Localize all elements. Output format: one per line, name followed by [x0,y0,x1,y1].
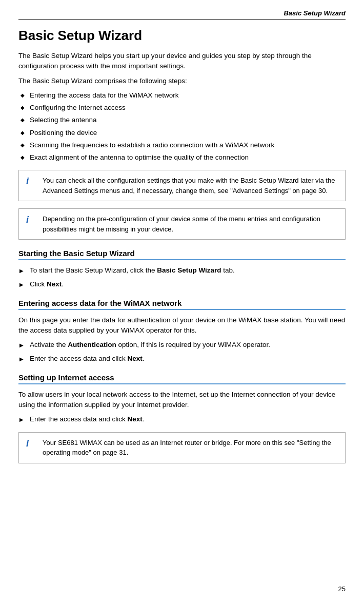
info-icon-1: i [26,176,35,187]
page: Basic Setup Wizard Basic Setup Wizard Th… [0,0,364,602]
info-text-3: Your SE681 WiMAX can be used as an Inter… [43,438,338,458]
step-text-plain: Enter the access data and click [30,355,128,362]
section-heading-1: Starting the Basic Setup Wizard [18,249,346,260]
section3-paragraph: To allow users in your local network acc… [18,390,346,411]
step-item: To start the Basic Setup Wizard, click t… [18,265,346,276]
step-text-plain: Activate the [30,341,68,348]
step-text-bold: Next [128,355,143,362]
list-item: Entering the access data for the WiMAX n… [18,90,346,101]
list-item: Configuring the Internet access [18,103,346,113]
step-text-bold: Authentication [68,341,116,348]
step-item: Click Next. [18,279,346,289]
step-item: Enter the access data and click Next. [18,414,346,424]
list-item: Positioning the device [18,128,346,138]
bullet-list: Entering the access data for the WiMAX n… [18,90,346,163]
intro-paragraph-1: The Basic Setup Wizard helps you start u… [18,51,346,72]
page-header: Basic Setup Wizard [18,9,346,20]
section1-steps: To start the Basic Setup Wizard, click t… [18,265,346,289]
list-item: Selecting the antenna [18,115,346,125]
list-item: Scanning the frequencies to establish a … [18,140,346,150]
info-box-1: i You can check all the configuration se… [18,170,346,201]
step-item: Activate the Authentication option, if t… [18,340,346,350]
info-box-2: i Depending on the pre-configuration of … [18,208,346,240]
info-icon-3: i [26,438,35,449]
info-text-1: You can check all the configuration sett… [43,176,338,196]
section2-steps: Activate the Authentication option, if t… [18,340,346,364]
step-text-after: tab. [221,266,235,274]
step-item: Enter the access data and click Next. [18,354,346,364]
header-title: Basic Setup Wizard [284,9,346,17]
step-text-plain: Enter the access data and click [30,415,128,423]
step-text-bold: Next [128,415,143,423]
section3-steps: Enter the access data and click Next. [18,414,346,424]
step-text-after: . [62,280,64,288]
section2-paragraph: On this page you enter the data for auth… [18,315,346,336]
step-text-after: option, if this is required by your WiMA… [116,341,270,348]
section-heading-3: Setting up Internet access [18,373,346,384]
info-text-2: Depending on the pre-configuration of yo… [43,214,338,234]
step-text-after: . [143,415,145,423]
intro-paragraph-2: The Basic Setup Wizard comprises the fol… [18,76,346,86]
section-heading-2: Entering access data for the WiMAX netwo… [18,299,346,310]
info-box-3: i Your SE681 WiMAX can be used as an Int… [18,432,346,463]
step-text-bold: Next [47,280,62,288]
info-icon-2: i [26,215,35,225]
page-number: 25 [338,585,346,593]
step-text-bold: Basic Setup Wizard [157,266,221,274]
page-title: Basic Setup Wizard [18,28,346,44]
step-text-plain: To start the Basic Setup Wizard, click t… [30,266,157,274]
list-item: Exact alignment of the antenna to optimi… [18,152,346,163]
step-text-plain: Click [30,280,47,288]
step-text-after: . [143,355,145,362]
